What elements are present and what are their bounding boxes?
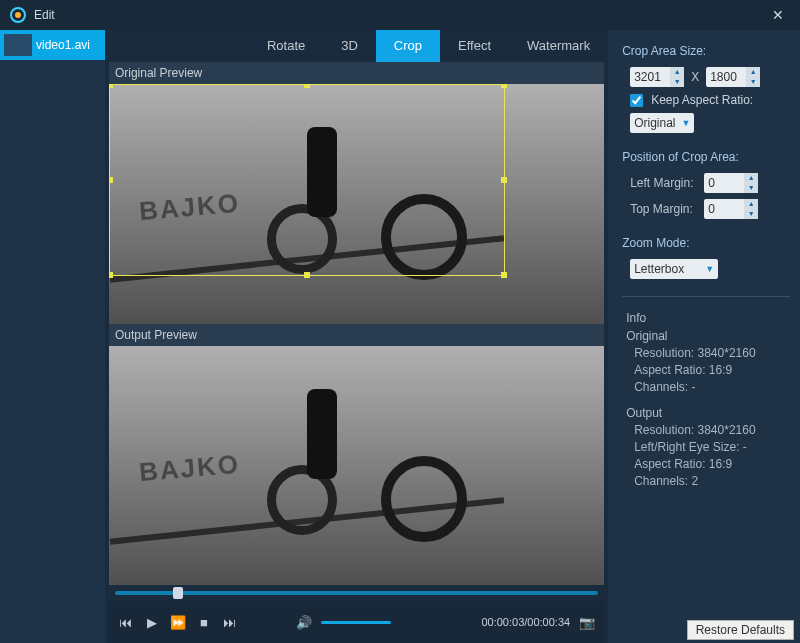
svg-point-1 [15,12,21,18]
play-button[interactable]: ▶ [143,615,161,630]
original-preview-label: Original Preview [109,62,604,84]
seek-bar[interactable] [109,585,604,601]
prev-button[interactable]: ⏮ [117,615,135,630]
original-resolution: Resolution: 3840*2160 [634,346,790,360]
file-item[interactable]: video1.avi [0,30,105,60]
zoom-mode-select[interactable]: Letterbox▼ [630,259,718,279]
original-preview[interactable]: BAJKO [109,84,604,324]
output-resolution: Resolution: 3840*2160 [634,423,790,437]
zoom-heading: Zoom Mode: [622,236,790,250]
file-name: video1.avi [36,38,90,52]
spin-down-icon[interactable]: ▼ [744,209,758,219]
spin-up-icon[interactable]: ▲ [744,199,758,209]
edit-tabs: Rotate 3D Crop Effect Watermark [105,30,608,62]
keep-aspect-label: Keep Aspect Ratio: [651,93,753,107]
file-sidebar: video1.avi [0,30,105,643]
spin-up-icon[interactable]: ▲ [744,173,758,183]
fast-forward-button[interactable]: ⏩ [169,615,187,630]
tab-crop[interactable]: Crop [376,30,440,62]
position-heading: Position of Crop Area: [622,150,790,164]
close-icon[interactable]: ✕ [766,5,790,25]
chevron-down-icon: ▼ [705,264,714,274]
snapshot-icon[interactable]: 📷 [578,615,596,630]
seek-thumb[interactable] [173,587,183,599]
info-heading: Info [626,311,790,325]
spin-down-icon[interactable]: ▼ [744,183,758,193]
original-info-heading: Original [626,329,790,343]
spin-down-icon[interactable]: ▼ [670,77,684,87]
crop-rectangle[interactable] [109,84,505,276]
original-aspect-ratio: Aspect Ratio: 16:9 [634,363,790,377]
crop-height-input[interactable]: ▲▼ [706,67,760,87]
tab-3d[interactable]: 3D [323,30,376,62]
file-thumbnail [4,34,32,56]
chevron-down-icon: ▼ [682,118,691,128]
x-separator: X [691,70,699,84]
playback-controls: ⏮ ▶ ⏩ ■ ⏭ 🔊 00:00:03/00:00:34 📷 [109,601,604,643]
left-margin-label: Left Margin: [630,176,700,190]
window-title: Edit [34,8,55,22]
volume-slider[interactable] [321,621,391,624]
tab-effect[interactable]: Effect [440,30,509,62]
output-preview-label: Output Preview [109,324,604,346]
restore-defaults-button[interactable]: Restore Defaults [687,620,794,640]
next-button[interactable]: ⏭ [221,615,239,630]
crop-width-input[interactable]: ▲▼ [630,67,684,87]
titlebar: Edit ✕ [0,0,800,30]
output-video-frame: BAJKO [109,346,604,586]
spin-up-icon[interactable]: ▲ [670,67,684,77]
stop-button[interactable]: ■ [195,615,213,630]
output-info-heading: Output [626,406,790,420]
crop-size-heading: Crop Area Size: [622,44,790,58]
output-aspect-ratio: Aspect Ratio: 16:9 [634,457,790,471]
output-channels: Channels: 2 [634,474,790,488]
time-display: 00:00:03/00:00:34 [481,616,570,628]
tab-watermark[interactable]: Watermark [509,30,608,62]
output-eye-size: Left/Right Eye Size: - [634,440,790,454]
left-margin-input[interactable]: ▲▼ [704,173,758,193]
aspect-ratio-select[interactable]: Original▼ [630,113,694,133]
spin-down-icon[interactable]: ▼ [746,77,760,87]
crop-settings-panel: Crop Area Size: ▲▼ X ▲▼ Keep Aspect Rati… [608,30,800,643]
top-margin-input[interactable]: ▲▼ [704,199,758,219]
keep-aspect-checkbox[interactable] [630,94,643,107]
top-margin-label: Top Margin: [630,202,700,216]
volume-icon[interactable]: 🔊 [295,615,313,630]
original-channels: Channels: - [634,380,790,394]
spin-up-icon[interactable]: ▲ [746,67,760,77]
app-logo-icon [10,7,26,23]
output-preview: BAJKO [109,346,604,586]
tab-rotate[interactable]: Rotate [249,30,323,62]
